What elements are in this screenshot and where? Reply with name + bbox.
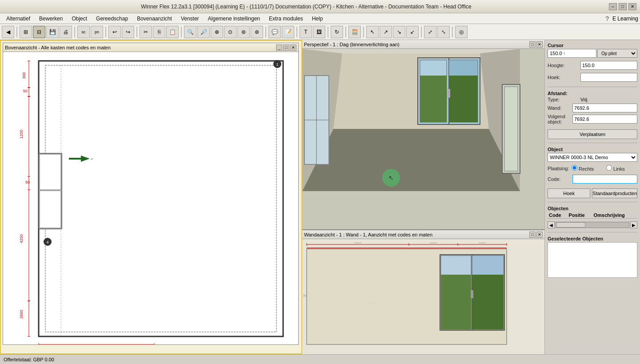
plan-maximize[interactable]: □ (283, 44, 289, 51)
perspective-content[interactable]: ↖ (302, 49, 544, 229)
svg-rect-33 (40, 154, 61, 190)
cursor-section: Cursor 150.0 ↑ Op plint (548, 43, 637, 59)
wall-minimize[interactable]: □ (529, 232, 536, 238)
menu-algemene[interactable]: Algemene instellingen (204, 15, 264, 23)
code-row: Code: (548, 175, 637, 184)
placement-row: Plaatsing: Rechts Links (548, 165, 637, 172)
close-button[interactable]: ✕ (628, 3, 636, 10)
wall-close[interactable]: ✕ (536, 232, 543, 238)
tb-move[interactable]: ⤢ (424, 26, 436, 38)
tb-rotate[interactable]: ↻ (331, 26, 343, 38)
tb-sel2[interactable]: ↗ (380, 26, 392, 38)
menu-alternatief[interactable]: Alternatief (2, 15, 35, 23)
tb-zoom3[interactable]: ⊕ (211, 26, 223, 38)
tb-img[interactable]: 🖼 (313, 26, 325, 38)
tb-msg1[interactable]: 💬 (268, 26, 281, 38)
perspective-view: Perspectief - 1 : Dag (binnenverlichting… (302, 40, 544, 230)
tb-sc[interactable]: sc (77, 26, 90, 38)
menu-right: ? E Learning (605, 15, 638, 22)
menu-help[interactable]: Help (308, 15, 328, 23)
standard-products-button[interactable]: Standaardproducten (592, 188, 637, 198)
tb-view2[interactable]: ⊟ (33, 26, 45, 38)
tb-zoom1[interactable]: 🔍 (184, 26, 196, 38)
scroll-track[interactable] (556, 222, 629, 228)
code-input[interactable] (572, 175, 637, 184)
tb-pn[interactable]: pn (91, 26, 103, 38)
tb-view1[interactable]: ⊞ (20, 26, 32, 38)
tb-mirror[interactable]: ⤡ (437, 26, 450, 38)
tb-zoom4[interactable]: ⊙ (224, 26, 236, 38)
plan-close[interactable]: ✕ (290, 44, 296, 51)
col-pos: Positie (568, 212, 592, 219)
tb-zoom2[interactable]: 🔎 (197, 26, 210, 38)
tb-text[interactable]: T (300, 26, 312, 38)
tb-cut[interactable]: ✂ (140, 26, 152, 38)
object-select-row: WINNER 0000-3 NL Demo (548, 153, 637, 162)
placement-left-radio[interactable] (606, 165, 612, 171)
tb-sel4[interactable]: ↙ (406, 26, 419, 38)
cursor-option-select[interactable]: Op plint (597, 49, 637, 58)
tb-zoom6[interactable]: ⊛ (251, 26, 263, 38)
next-obj-input[interactable] (572, 115, 637, 124)
tb-redo[interactable]: ↪ (122, 26, 134, 38)
plan-title: Bovenaanzicht - Alle kasten met codes en… (5, 45, 111, 50)
corner-button[interactable]: Hoek (548, 188, 590, 198)
scroll-left[interactable]: ◀ (548, 221, 555, 228)
wall-input[interactable] (572, 104, 637, 112)
tb-copy[interactable]: ⎘ (153, 26, 165, 38)
cursor-row: 150.0 ↑ Op plint (548, 49, 637, 58)
tb-zoom5[interactable]: ⊚ (237, 26, 250, 38)
perspective-close[interactable]: ✕ (536, 41, 543, 48)
perspective-minimize[interactable]: □ (529, 41, 536, 48)
menu-extra[interactable]: Extra modules (264, 15, 308, 23)
svg-text:1200: 1200 (19, 130, 24, 139)
back-button[interactable]: ◀ (2, 26, 14, 38)
scroll-right[interactable]: ▶ (630, 221, 637, 228)
angle-row: Hoek: (548, 73, 637, 82)
code-label: Code: (548, 176, 571, 182)
distance-section: Afstand: Type: Vrij Wand: Volgend object… (548, 91, 637, 126)
wall-view: Wandaanzicht - 1 : Wand - 1, Aanzicht me… (302, 230, 544, 354)
selected-label: Geselecteerde Objecten (548, 236, 637, 241)
angle-input[interactable] (580, 73, 637, 82)
plan-minimize[interactable]: _ (276, 44, 282, 51)
menu-bewerken[interactable]: Bewerken (35, 15, 67, 23)
menu-venster[interactable]: Venster (176, 15, 204, 23)
window-controls: – □ ✕ (609, 3, 636, 10)
tb-sel3[interactable]: ↘ (393, 26, 405, 38)
svg-rect-60 (420, 76, 447, 122)
tb-paste[interactable]: 📋 (166, 26, 179, 38)
angle-label: Hoek: (548, 75, 579, 80)
maximize-button[interactable]: □ (619, 3, 627, 10)
height-input[interactable] (580, 61, 637, 70)
minimize-button[interactable]: – (609, 3, 617, 10)
menu-object[interactable]: Object (67, 15, 92, 23)
perspective-win-controls: □ ✕ (529, 41, 543, 48)
svg-text:4250: 4250 (19, 234, 24, 243)
divider4 (548, 232, 637, 232)
title-bar: Winner Flex 12.2a3.1 [300094] (Learning … (0, 0, 640, 13)
objects-table: Code Positie Omschrijving (548, 212, 637, 219)
help-icon[interactable]: ? (605, 15, 609, 22)
wall-content[interactable]: —— —— —— 70 - - (302, 239, 544, 354)
scroll-thumb (556, 222, 585, 228)
tb-select[interactable]: ↖ (366, 26, 379, 38)
placement-right-radio[interactable] (572, 165, 577, 171)
tb-msg2[interactable]: 📝 (282, 26, 294, 38)
height-label: Hoogte: (548, 63, 579, 68)
tb-save1[interactable]: 💾 (46, 26, 59, 38)
svg-text:4: 4 (46, 240, 48, 244)
object-select[interactable]: WINNER 0000-3 NL Demo (548, 153, 637, 162)
tb-undo[interactable]: ↩ (108, 26, 121, 38)
wall-row: Wand: (548, 104, 637, 112)
svg-marker-45 (302, 129, 520, 191)
tb-save2[interactable]: 🖨 (60, 26, 72, 38)
move-button[interactable]: Verplaatsen (548, 129, 637, 139)
tb-calc[interactable]: 🧮 (348, 26, 361, 38)
tb-3d[interactable]: ◎ (455, 26, 468, 38)
offer-total: Offertetotaal: GBP 0.00 (4, 357, 54, 362)
svg-rect-86 (472, 275, 504, 329)
menu-bovenaanzicht[interactable]: Bovenaanzicht (132, 15, 176, 23)
menu-gereedschap[interactable]: Gereedschap (92, 15, 132, 23)
left-panel: Bovenaanzicht - Alle kasten met codes en… (0, 40, 302, 354)
